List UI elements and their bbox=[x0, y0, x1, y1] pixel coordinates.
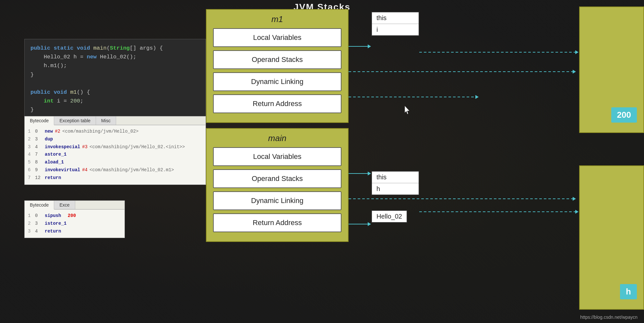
m1-frame: m1 Local Variables Operand Stacks Dynami… bbox=[206, 9, 349, 123]
footer-link: https://blog.csdn.net/wpaycn bbox=[580, 315, 638, 320]
bytecode-tabs-main: Bytecode Exception table Misc 10new#2<co… bbox=[24, 116, 206, 185]
hello-box: Hello_02 bbox=[371, 210, 407, 223]
heap-panel-top: 200 bbox=[579, 6, 644, 133]
m1-local-variables: Local Variables bbox=[213, 28, 341, 47]
bytecode-content-main: 10new#2<com/mashibing/jvm/Hello_02> 23du… bbox=[25, 125, 206, 185]
lv-main-h: h bbox=[372, 183, 419, 195]
main-local-variables: Local Variables bbox=[213, 147, 341, 166]
lv-main-this: this bbox=[372, 172, 419, 183]
arrow-m1-operand bbox=[349, 71, 576, 72]
cursor bbox=[405, 106, 411, 116]
m1-frame-label: m1 bbox=[213, 14, 341, 24]
arrow-m1-dynamic bbox=[349, 97, 478, 97]
main-dynamic-linking: Dynamic Linking bbox=[213, 191, 341, 210]
code-panel-top: public static void main(String[] args) {… bbox=[24, 39, 206, 119]
arrow-main-dynamic bbox=[349, 224, 371, 224]
arrow-lv-heap-bottom bbox=[419, 211, 578, 212]
tab-exce-m1[interactable]: Exce bbox=[54, 201, 75, 209]
arrow-main-operand bbox=[349, 198, 576, 199]
tab-bytecode-m1[interactable]: Bytecode bbox=[25, 201, 54, 209]
m1-operand-stacks: Operand Stacks bbox=[213, 50, 341, 69]
tab-exception-main[interactable]: Exception table bbox=[54, 116, 96, 125]
arrow-main-lv bbox=[349, 173, 371, 174]
heap-value-h: h bbox=[620, 284, 637, 299]
main-frame: main Local Variables Operand Stacks Dyna… bbox=[206, 128, 349, 242]
lv-box-m1: this i bbox=[371, 12, 419, 36]
stack-frames: m1 Local Variables Operand Stacks Dynami… bbox=[206, 9, 349, 247]
lv-m1-this: this bbox=[372, 12, 419, 24]
main-return-address: Return Address bbox=[213, 213, 341, 232]
heap-panel-bottom: h bbox=[579, 165, 644, 310]
svg-marker-0 bbox=[405, 106, 410, 114]
bytecode-tabs-m1: Bytecode Exce 10sipush 200 23istore_1 34… bbox=[24, 200, 125, 238]
bytecode-content-m1: 10sipush 200 23istore_1 34return bbox=[25, 209, 125, 238]
arrow-m1-lv bbox=[349, 46, 371, 47]
m1-dynamic-linking: Dynamic Linking bbox=[213, 72, 341, 91]
m1-return-address: Return Address bbox=[213, 94, 341, 113]
main-operand-stacks: Operand Stacks bbox=[213, 169, 341, 188]
tab-misc-main[interactable]: Misc bbox=[96, 116, 116, 125]
tab-bytecode-main[interactable]: Bytecode bbox=[25, 116, 54, 125]
main-frame-label: main bbox=[213, 133, 341, 143]
heap-value-200: 200 bbox=[611, 107, 637, 123]
lv-box-main: this h bbox=[371, 171, 419, 195]
arrow-lv-heap-top bbox=[419, 52, 578, 53]
lv-m1-i: i bbox=[372, 24, 419, 35]
